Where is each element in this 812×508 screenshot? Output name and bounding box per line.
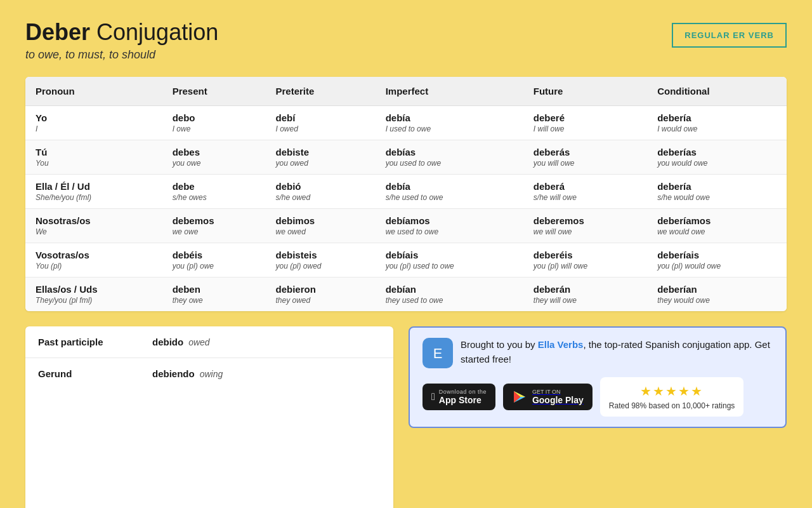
verb-cell: debenthey owe — [162, 277, 266, 312]
page-title: Deber Conjugation — [25, 19, 218, 46]
star-rating: ★★★★★ — [609, 384, 735, 399]
promo-buttons:  Download on the App Store GET IT ON Go — [422, 377, 773, 417]
verb-cell: debíI owed — [266, 106, 376, 140]
conjugation-table: Pronoun Present Preterite Imperfect Futu… — [25, 77, 787, 311]
verb-cell: debiós/he owed — [266, 175, 376, 209]
verb-cell: debesyou owe — [162, 140, 266, 175]
col-preterite: Preterite — [266, 77, 376, 106]
table-header-row: Pronoun Present Preterite Imperfect Futu… — [25, 77, 787, 106]
app-store-name: App Store — [439, 395, 487, 405]
rating-box: ★★★★★ Rated 98% based on 10,000+ ratings — [600, 377, 743, 417]
apple-logo-icon:  — [431, 391, 435, 403]
google-play-button[interactable]: GET IT ON Google Play — [503, 384, 593, 410]
col-pronoun: Pronoun — [25, 77, 162, 106]
rating-text: Rated 98% based on 10,000+ ratings — [609, 401, 735, 410]
verb-cell: debíaI used to owe — [376, 106, 523, 140]
verb-cell: deberásyou will owe — [523, 140, 647, 175]
pronoun-cell: Nosotras/osWe — [25, 209, 162, 243]
table-row: Ellas/os / UdsThey/you (pl fml)debenthey… — [25, 277, 787, 312]
past-participle-translation: owed — [188, 337, 209, 347]
verb-cell: deberías/he would owe — [647, 175, 787, 209]
table-row: Ella / Él / UdShe/he/you (fml)debes/he o… — [25, 175, 787, 209]
past-participle-value: debido — [152, 337, 183, 347]
verb-cell: deberéisyou (pl) will owe — [523, 243, 647, 277]
table-row: YoIdeboI owedebíI oweddebíaI used to owe… — [25, 106, 787, 140]
verb-cell: debes/he owes — [162, 175, 266, 209]
google-play-text: GET IT ON Google Play — [532, 389, 584, 405]
verb-cell: deberíanthey would owe — [647, 277, 787, 312]
gerund-value: debiendo — [152, 368, 195, 379]
participle-table: Past participle debido owed Gerund debie… — [25, 326, 393, 508]
verb-cell: deberíaI would owe — [647, 106, 787, 140]
gerund-label: Gerund — [38, 368, 152, 379]
app-store-small-text: Download on the — [439, 389, 487, 395]
verb-cell: deberíamoswe would owe — [647, 209, 787, 243]
past-participle-row: Past participle debido owed — [25, 326, 393, 358]
pronoun-cell: TúYou — [25, 140, 162, 175]
col-conditional: Conditional — [647, 77, 787, 106]
verb-cell: debemoswe owe — [162, 209, 266, 243]
table-row: Vosotras/osYou (pl)debéisyou (pl) owedeb… — [25, 243, 787, 277]
verb-cell: deboI owe — [162, 106, 266, 140]
verb-cell: debíanthey used to owe — [376, 277, 523, 312]
google-small-text: GET IT ON — [532, 389, 584, 395]
table-row: Nosotras/osWedebemoswe owedebimoswe owed… — [25, 209, 787, 243]
verb-cell: debíamoswe used to owe — [376, 209, 523, 243]
verb-cell: debisteyou owed — [266, 140, 376, 175]
verb-cell: debías/he used to owe — [376, 175, 523, 209]
ella-verbs-icon: E — [422, 338, 453, 368]
verb-cell: debíasyou used to owe — [376, 140, 523, 175]
table-row: TúYoudebesyou owedebisteyou oweddebíasyo… — [25, 140, 787, 175]
verb-cell: deberéI will owe — [523, 106, 647, 140]
pronoun-cell: Vosotras/osYou (pl) — [25, 243, 162, 277]
pronoun-cell: Ellas/os / UdsThey/you (pl fml) — [25, 277, 162, 312]
gerund-translation: owing — [200, 369, 223, 379]
verb-cell: debieronthey owed — [266, 277, 376, 312]
pronoun-cell: YoI — [25, 106, 162, 140]
left-bottom: Past participle debido owed Gerund debie… — [25, 326, 393, 508]
col-imperfect: Imperfect — [376, 77, 523, 106]
promo-before: Brought to you by — [461, 339, 538, 350]
svg-text:E: E — [433, 345, 443, 361]
verb-cell: deberánthey will owe — [523, 277, 647, 312]
verb-cell: deberás/he will owe — [523, 175, 647, 209]
verb-cell: debéisyou (pl) owe — [162, 243, 266, 277]
google-store-name: Google Play — [532, 395, 584, 405]
promo-text: Brought to you by Ella Verbs, the top-ra… — [461, 338, 773, 366]
verb-type-badge: REGULAR ER VERB — [672, 23, 787, 48]
ella-verbs-brand-link[interactable]: Ella Verbs — [538, 339, 584, 350]
verb-cell: deberíaisyou (pl) would owe — [647, 243, 787, 277]
verb-cell: deberemoswe will owe — [523, 209, 647, 243]
verb-cell: debimoswe owed — [266, 209, 376, 243]
verb-cell: deberíasyou would owe — [647, 140, 787, 175]
col-present: Present — [162, 77, 266, 106]
verb-cell: debíaisyou (pl) used to owe — [376, 243, 523, 277]
promo-card: E Brought to you by Ella Verbs, the top-… — [409, 326, 787, 428]
col-future: Future — [523, 77, 647, 106]
app-store-button[interactable]:  Download on the App Store — [422, 384, 495, 410]
past-participle-label: Past participle — [38, 337, 152, 347]
bottom-section: Past participle debido owed Gerund debie… — [25, 326, 787, 508]
verb-cell: debisteisyou (pl) owed — [266, 243, 376, 277]
promo-header: E Brought to you by Ella Verbs, the top-… — [422, 338, 773, 368]
title-block: Deber Conjugation to owe, to must, to sh… — [25, 19, 218, 62]
page-header: Deber Conjugation to owe, to must, to sh… — [25, 19, 787, 62]
page-subtitle: to owe, to must, to should — [25, 48, 218, 62]
pronoun-cell: Ella / Él / UdShe/he/you (fml) — [25, 175, 162, 209]
google-play-icon — [512, 389, 527, 404]
gerund-row: Gerund debiendo owing — [25, 358, 393, 389]
